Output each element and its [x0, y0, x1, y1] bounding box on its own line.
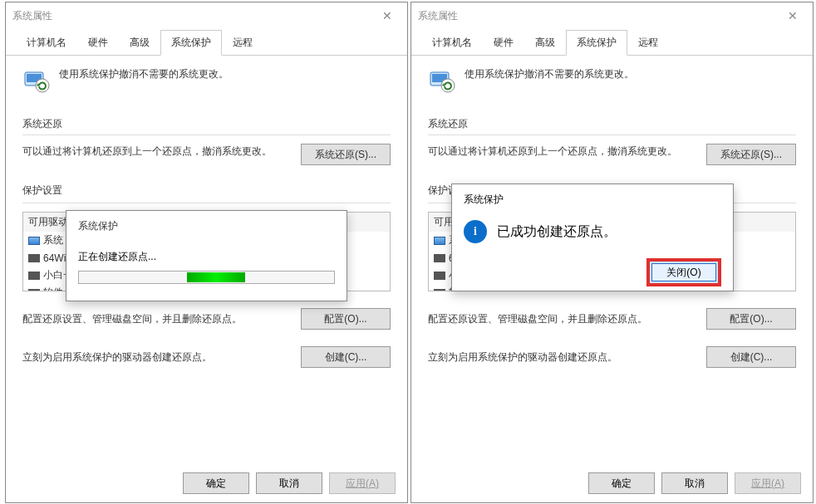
close-icon[interactable]: ✕ — [374, 9, 401, 22]
configure-button[interactable]: 配置(O)... — [301, 308, 391, 330]
config-text: 配置还原设置、管理磁盘空间，并且删除还原点。 — [428, 312, 706, 326]
drive-icon — [28, 272, 40, 280]
progress-fill — [187, 272, 245, 282]
drive-icon — [28, 237, 40, 245]
intro-text: 使用系统保护撤消不需要的系统更改。 — [465, 67, 634, 81]
drive-icon — [434, 254, 445, 262]
info-icon: i — [464, 220, 487, 243]
drive-icon — [28, 254, 40, 262]
tab-row: 计算机名 硬件 高级 系统保护 远程 — [411, 29, 813, 56]
tab-remote[interactable]: 远程 — [222, 30, 263, 56]
info-message: 已成功创建还原点。 — [497, 223, 617, 241]
shield-icon — [22, 67, 51, 95]
bottom-button-bar: 确定 取消 应用(A) — [411, 472, 813, 494]
ok-button[interactable]: 确定 — [183, 472, 249, 494]
tab-system-protection[interactable]: 系统保护 — [566, 30, 627, 56]
tab-computer-name[interactable]: 计算机名 — [16, 30, 77, 56]
shield-icon — [428, 67, 456, 95]
titlebar: 系统属性 ✕ — [411, 2, 813, 29]
intro-text: 使用系统保护撤消不需要的系统更改。 — [59, 67, 229, 81]
configure-button[interactable]: 配置(O)... — [706, 308, 796, 330]
tab-advanced[interactable]: 高级 — [524, 30, 566, 56]
tab-system-protection[interactable]: 系统保护 — [160, 30, 222, 56]
create-button[interactable]: 创建(C)... — [301, 346, 391, 368]
close-icon[interactable]: ✕ — [779, 9, 806, 22]
system-properties-window-left: 系统属性 ✕ 计算机名 硬件 高级 系统保护 远程 使用系统保护撤消不需要的系统… — [5, 2, 408, 503]
cancel-button[interactable]: 取消 — [661, 472, 728, 494]
tab-computer-name[interactable]: 计算机名 — [421, 30, 483, 56]
config-text: 配置还原设置、管理磁盘空间，并且删除还原点。 — [22, 312, 301, 326]
window-title: 系统属性 — [12, 9, 52, 23]
section-restore-title: 系统还原 — [428, 117, 796, 131]
close-button[interactable]: 关闭(O) — [651, 263, 716, 281]
apply-button: 应用(A) — [735, 472, 801, 494]
cancel-button[interactable]: 取消 — [256, 472, 322, 494]
system-restore-button[interactable]: 系统还原(S)... — [706, 144, 796, 165]
close-button-highlight: 关闭(O) — [646, 258, 721, 286]
section-restore-title: 系统还原 — [22, 117, 391, 131]
system-restore-button[interactable]: 系统还原(S)... — [301, 144, 391, 165]
info-dialog-title: 系统保护 — [464, 193, 721, 207]
create-button[interactable]: 创建(C)... — [706, 346, 796, 368]
create-text: 立刻为启用系统保护的驱动器创建还原点。 — [428, 350, 706, 365]
progress-bar — [78, 271, 335, 284]
tab-row: 计算机名 硬件 高级 系统保护 远程 — [6, 29, 407, 56]
section-protect-title: 保护设置 — [22, 183, 391, 198]
ok-button[interactable]: 确定 — [588, 472, 655, 494]
restore-desc: 可以通过将计算机还原到上一个还原点，撤消系统更改。 — [22, 144, 292, 159]
system-properties-window-right: 系统属性 ✕ 计算机名 硬件 高级 系统保护 远程 使用系统保护撤消不需要的系统… — [410, 2, 814, 503]
progress-dialog: 系统保护 正在创建还原点... — [66, 210, 347, 301]
create-text: 立刻为启用系统保护的驱动器创建还原点。 — [22, 350, 301, 365]
drive-icon — [434, 272, 445, 280]
tab-hardware[interactable]: 硬件 — [77, 30, 119, 56]
drive-icon — [28, 289, 40, 292]
restore-desc: 可以通过将计算机还原到上一个还原点，撤消系统更改。 — [428, 144, 698, 159]
progress-label: 正在创建还原点... — [78, 250, 335, 264]
titlebar: 系统属性 ✕ — [6, 2, 407, 29]
progress-dialog-title: 系统保护 — [78, 219, 335, 233]
window-title: 系统属性 — [418, 9, 458, 23]
apply-button: 应用(A) — [329, 472, 396, 494]
drive-icon — [434, 237, 445, 245]
drive-icon — [434, 289, 445, 292]
tab-hardware[interactable]: 硬件 — [483, 30, 524, 56]
tab-advanced[interactable]: 高级 — [119, 30, 160, 56]
bottom-button-bar: 确定 取消 应用(A) — [6, 472, 407, 494]
tab-remote[interactable]: 远程 — [627, 30, 669, 56]
info-dialog: 系统保护 i 已成功创建还原点。 关闭(O) — [451, 183, 734, 291]
